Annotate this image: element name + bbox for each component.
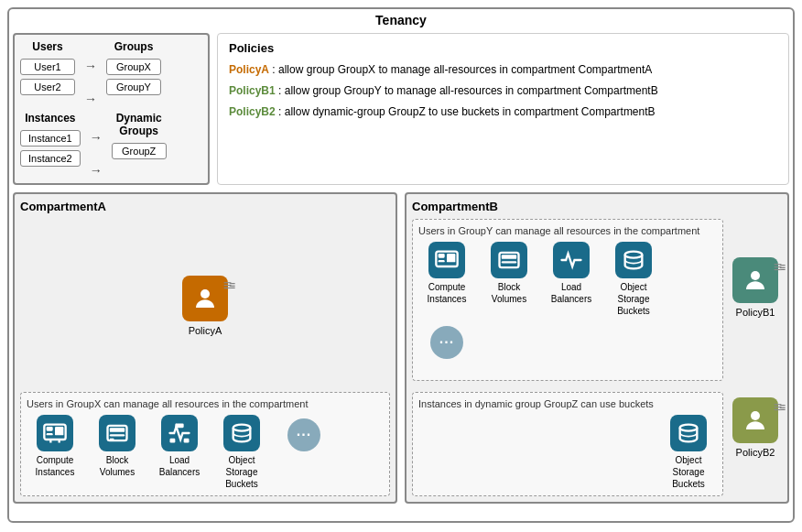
compartment-a-icons: ComputeInstances BlockVolumes xyxy=(27,415,384,490)
policy-b1-line: PolicyB1 : allow group GroupY to manage … xyxy=(229,83,777,99)
policy-b1-icon[interactable]: ≡ xyxy=(732,257,778,303)
policy-b1-icon-label: PolicyB1 xyxy=(736,307,775,318)
policy-b2-icon-label: PolicyB2 xyxy=(736,447,775,458)
compartment-b-lower-icons: ObjectStorageBuckets xyxy=(418,415,717,490)
svg-rect-21 xyxy=(502,261,516,263)
users-label: Users xyxy=(32,40,62,53)
policy-b2-svg xyxy=(742,407,769,434)
policy-a-icon[interactable]: ≡ xyxy=(182,276,228,321)
block-label-a: BlockVolumes xyxy=(100,454,135,478)
load-svg-a xyxy=(167,420,192,446)
dynamic-groups-col: DynamicGroups GroupZ xyxy=(112,112,167,159)
object-icon-b-lower xyxy=(670,415,707,451)
svg-rect-11 xyxy=(175,424,183,429)
policy-a-label[interactable]: PolicyA xyxy=(229,63,269,76)
load-label-b: LoadBalancers xyxy=(551,281,591,305)
object-storage-b-lower: ObjectStorageBuckets xyxy=(660,415,717,490)
svg-rect-18 xyxy=(447,254,455,262)
policies-title: Policies xyxy=(229,41,777,55)
compute-instances-b: ComputeInstances xyxy=(418,242,475,305)
svg-point-25 xyxy=(751,411,760,420)
policy-b2-icon[interactable]: ≡ xyxy=(732,397,778,443)
load-svg-b xyxy=(558,247,584,273)
instances-col: Instances Instance1 Instance2 xyxy=(20,112,81,167)
svg-rect-2 xyxy=(47,427,53,431)
compartment-b-lower-sublabel: Instances in dynamic group GroupZ can us… xyxy=(418,398,717,409)
policy-b2-line: PolicyB2 : allow dynamic-group GroupZ to… xyxy=(229,104,777,120)
compartment-a-lower: Users in GroupX can manage all resources… xyxy=(20,392,390,496)
groups-col: Groups GroupX GroupY xyxy=(106,40,161,95)
svg-rect-20 xyxy=(502,255,516,259)
compartment-b-lower: Instances in dynamic group GroupZ can us… xyxy=(412,392,723,496)
svg-rect-4 xyxy=(55,427,63,435)
block-svg-a xyxy=(104,420,130,446)
object-storage-a: ObjectStorageBuckets xyxy=(213,415,270,490)
identity-box: Users User1 User2 → → Groups GroupX Grou… xyxy=(13,33,210,185)
load-icon-b xyxy=(553,242,590,278)
svg-point-0 xyxy=(200,289,210,299)
svg-rect-12 xyxy=(170,439,176,443)
policy-a-line: PolicyA : allow group GroupX to manage a… xyxy=(229,62,777,78)
instances-dyngroups-row: Instances Instance1 Instance2 → → Dynami… xyxy=(20,112,202,178)
policy-b1-icon-wrapper: ≡ PolicyB1 xyxy=(732,257,778,318)
svg-point-24 xyxy=(751,271,760,280)
svg-point-22 xyxy=(625,252,643,258)
object-label-b-lower: ObjectStorageBuckets xyxy=(672,454,705,490)
groups-label: Groups xyxy=(114,40,154,53)
load-balancers-b: LoadBalancers xyxy=(543,242,600,305)
users-col: Users User1 User2 xyxy=(20,40,75,95)
groupx-item: GroupX xyxy=(106,59,161,75)
policy-a-icon-label: PolicyA xyxy=(189,325,222,336)
more-dots-a: ··· xyxy=(287,418,320,451)
groupz-item: GroupZ xyxy=(112,143,167,159)
users-groups-arrows: → → xyxy=(84,40,97,106)
svg-rect-16 xyxy=(439,254,445,258)
compartment-b-wrapper: Users in GroupY can manage all resources… xyxy=(412,219,782,496)
policy-b1-text: : allow group GroupY to manage all-resou… xyxy=(278,84,658,97)
tenancy-container: Tenancy Users User1 User2 → → Groups Gro… xyxy=(7,7,795,523)
policy-b1-label[interactable]: PolicyB1 xyxy=(229,84,276,97)
object-svg-a xyxy=(229,420,255,446)
block-label-b: BlockVolumes xyxy=(492,281,526,305)
tenancy-title: Tenancy xyxy=(13,13,789,27)
policy-b2-icon-wrapper: ≡ PolicyB2 xyxy=(732,397,778,458)
compute-svg-b xyxy=(434,247,460,273)
block-icon-a xyxy=(99,415,135,451)
object-label-b-upper: ObjectStorageBuckets xyxy=(617,281,650,317)
compute-instances-a: ComputeInstances xyxy=(27,415,83,478)
block-volumes-b: BlockVolumes xyxy=(481,242,537,305)
more-dots-b-upper: ··· xyxy=(430,326,463,359)
groupy-item: GroupY xyxy=(106,79,161,95)
svg-point-23 xyxy=(680,425,698,431)
more-b-upper: ··· xyxy=(418,322,475,359)
compartment-a: CompartmentA ≡ PolicyA xyxy=(13,192,397,504)
svg-rect-17 xyxy=(439,260,445,262)
policy-a-svg xyxy=(191,285,219,312)
arrow-inst1-dyn: → xyxy=(90,130,103,145)
bottom-section: CompartmentA ≡ PolicyA xyxy=(13,192,789,504)
object-icon-a xyxy=(223,415,260,451)
policy-b2-label[interactable]: PolicyB2 xyxy=(229,105,276,118)
policy-side-b: ≡ PolicyB1 ≡ PolicyB2 xyxy=(729,219,782,496)
load-balancers-a: LoadBalancers xyxy=(151,415,208,478)
svg-rect-3 xyxy=(47,433,53,435)
policies-box: Policies PolicyA : allow group GroupX to… xyxy=(217,33,789,185)
top-section: Users User1 User2 → → Groups GroupX Grou… xyxy=(13,33,789,185)
compartment-b-upper: Users in GroupY can manage all resources… xyxy=(412,219,723,381)
load-label-a: LoadBalancers xyxy=(159,454,200,478)
policy-a-text: : allow group GroupX to manage all-resou… xyxy=(272,63,652,76)
compute-svg-a xyxy=(42,420,68,446)
svg-point-14 xyxy=(233,425,251,431)
object-storage-b-upper: ObjectStorageBuckets xyxy=(605,242,662,317)
block-icon-b xyxy=(491,242,527,278)
svg-rect-8 xyxy=(110,428,125,432)
compute-icon-a xyxy=(37,415,73,451)
block-volumes-a: BlockVolumes xyxy=(89,415,146,478)
compartment-b-content: Users in GroupY can manage all resources… xyxy=(412,219,723,496)
object-label-a: ObjectStorageBuckets xyxy=(225,454,258,490)
compartment-a-lower-sublabel: Users in GroupX can manage all resources… xyxy=(27,398,384,409)
compartment-b: CompartmentB Users in GroupY can manage … xyxy=(405,192,789,504)
compartment-a-title: CompartmentA xyxy=(20,200,390,213)
compartment-a-upper: ≡ PolicyA xyxy=(20,219,390,392)
object-icon-b-upper xyxy=(615,242,652,278)
